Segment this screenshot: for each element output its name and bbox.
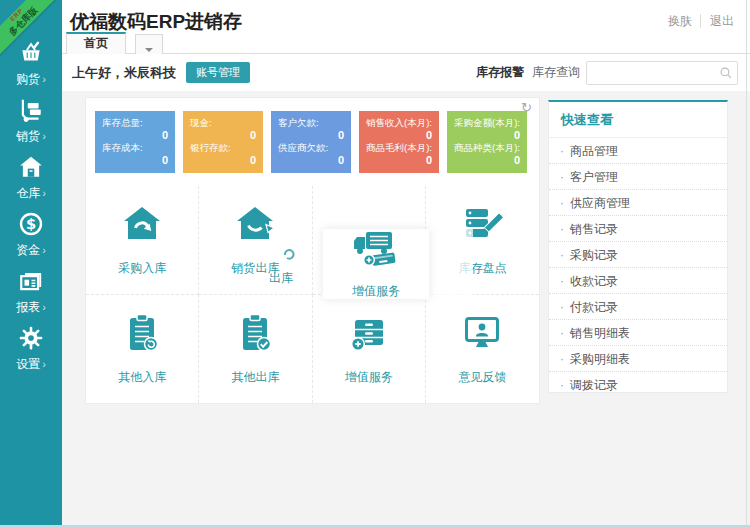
app-window: ERP 多仓库版 购货› 销货› 仓库› xyxy=(0,0,750,527)
shortcut-label: 其他入库 xyxy=(118,369,166,386)
stat-label: 商品种类(本月): xyxy=(454,142,520,154)
stat-value: 0 xyxy=(102,154,168,167)
quick-item-purchase-detail[interactable]: 采购明细表 xyxy=(549,346,727,372)
stat-label: 销售收入(本月): xyxy=(366,117,432,129)
tab-home[interactable]: 首页 xyxy=(66,32,126,54)
sidebar-item-settings[interactable]: 设置› xyxy=(0,325,62,382)
trolley-icon xyxy=(0,97,62,126)
sidebar-item-reports[interactable]: 报表› xyxy=(0,268,62,325)
truck-icon xyxy=(351,228,401,268)
account-manage-button[interactable]: 账号管理 xyxy=(186,62,250,83)
sidebar-label: 仓库 xyxy=(16,186,40,200)
sidebar-label: 销货 xyxy=(16,129,40,143)
shortcut-value-services[interactable]: 增值服务 xyxy=(313,295,426,404)
chevron-right-icon: › xyxy=(42,358,46,370)
dashboard-panel: ↻ 库存总量: 0 库存成本: 0 现金: 0 银行存款: 0 xyxy=(85,97,540,404)
main-area: 优福数码ERP进销存 换肤退出 首页 上午好，米辰科技 账号管理 库存报警 库存… xyxy=(62,0,750,527)
stat-value: 0 xyxy=(454,129,520,142)
floating-tile-value-services[interactable]: 增值服务 xyxy=(323,229,429,299)
chevron-right-icon: › xyxy=(42,73,46,85)
shortcut-sales-outbound[interactable]: 销货出库 xyxy=(199,186,312,295)
stat-label: 库存成本: xyxy=(102,142,168,154)
sidebar-label: 报表 xyxy=(16,300,40,314)
chevron-right-icon: › xyxy=(42,187,46,199)
stat-value: 0 xyxy=(366,154,432,167)
chevron-right-icon: › xyxy=(42,301,46,313)
inventory-alert-link[interactable]: 库存报警 xyxy=(476,64,524,81)
stat-card-inventory: 库存总量: 0 库存成本: 0 xyxy=(95,111,175,173)
quick-view-panel: 快速查看 商品管理 客户管理 供应商管理 销售记录 采购记录 收款记录 付款记录… xyxy=(548,100,728,393)
quick-view-title: 快速查看 xyxy=(549,102,727,138)
quick-item-goods[interactable]: 商品管理 xyxy=(549,138,727,164)
sidebar-nav: 购货› 销货› 仓库› $ 资金› xyxy=(0,40,62,382)
shortcut-label: 增值服务 xyxy=(352,283,400,300)
stat-value: 0 xyxy=(454,154,520,167)
monitor-person-icon xyxy=(459,311,505,357)
search-icon[interactable] xyxy=(719,66,733,84)
overlay-artifact xyxy=(431,229,473,299)
shortcut-other-inbound[interactable]: 其他入库 xyxy=(86,295,199,404)
chevron-right-icon: › xyxy=(42,244,46,256)
inventory-search-input[interactable] xyxy=(586,61,738,85)
change-skin-link[interactable]: 换肤 xyxy=(668,14,692,28)
stat-card-purchase-month: 采购金额(本月): 0 商品种类(本月): 0 xyxy=(447,111,527,173)
sidebar-label: 购货 xyxy=(16,72,40,86)
sidebar-item-sales[interactable]: 销货› xyxy=(0,97,62,154)
funds-icon: $ xyxy=(0,211,62,240)
content-area: ↻ 库存总量: 0 库存成本: 0 现金: 0 银行存款: 0 xyxy=(62,91,750,527)
titlebar: 优福数码ERP进销存 换肤退出 xyxy=(62,0,750,30)
quick-item-sales-records[interactable]: 销售记录 xyxy=(549,216,727,242)
sidebar-item-purchase[interactable]: 购货› xyxy=(0,40,62,97)
stat-card-sales-month: 销售收入(本月): 0 商品毛利(本月): 0 xyxy=(359,111,439,173)
page-title: 优福数码ERP进销存 xyxy=(62,0,750,35)
stat-card-debts: 客户欠款: 0 供应商欠款: 0 xyxy=(271,111,351,173)
shortcut-other-outbound[interactable]: 其他出库 xyxy=(199,295,312,404)
stat-value: 0 xyxy=(278,154,344,167)
stat-label: 供应商欠款: xyxy=(278,142,344,154)
tab-dropdown[interactable] xyxy=(135,34,163,55)
stat-value: 0 xyxy=(366,129,432,142)
cabinet-plus-icon xyxy=(346,311,392,357)
shortcut-label: 采购入库 xyxy=(118,260,166,277)
quick-view-list: 商品管理 客户管理 供应商管理 销售记录 采购记录 收款记录 付款记录 销售明细… xyxy=(549,138,727,393)
refresh-icon[interactable]: ↻ xyxy=(521,100,532,115)
quick-item-customers[interactable]: 客户管理 xyxy=(549,164,727,190)
sidebar-label: 资金 xyxy=(16,243,40,257)
window-right-edge xyxy=(746,0,747,527)
stat-value: 0 xyxy=(102,129,168,142)
sidebar-item-funds[interactable]: $ 资金› xyxy=(0,211,62,268)
inventory-query-label: 库存查询 xyxy=(532,64,580,81)
shortcut-label: 意见反馈 xyxy=(458,369,506,386)
quick-item-transfer-records[interactable]: 调拨记录 xyxy=(549,372,727,393)
welcome-bar: 上午好，米辰科技 账号管理 库存报警 库存查询 xyxy=(62,54,750,91)
chevron-right-icon: › xyxy=(42,130,46,142)
clipboard-arrow-icon xyxy=(119,311,165,357)
clipboard-check-icon xyxy=(232,311,278,357)
spinner-icon xyxy=(283,246,295,264)
greeting-text: 上午好，米辰科技 xyxy=(72,64,176,82)
sidebar-label: 设置 xyxy=(16,357,40,371)
shortcut-purchase-inbound[interactable]: 采购入库 xyxy=(86,186,199,295)
stat-label: 现金: xyxy=(190,117,256,129)
logout-link[interactable]: 退出 xyxy=(700,14,734,28)
stat-cards: 库存总量: 0 库存成本: 0 现金: 0 银行存款: 0 客户欠款: 0 xyxy=(86,98,539,173)
stat-label: 库存总量: xyxy=(102,117,168,129)
quick-item-purchase-records[interactable]: 采购记录 xyxy=(549,242,727,268)
quick-item-suppliers[interactable]: 供应商管理 xyxy=(549,190,727,216)
tab-home-label: 首页 xyxy=(84,36,108,50)
stat-label: 采购金额(本月): xyxy=(454,117,520,129)
gear-icon xyxy=(0,325,62,354)
shortcut-label: 其他出库 xyxy=(231,369,279,386)
shortcut-feedback[interactable]: 意见反馈 xyxy=(426,295,539,404)
sidebar-item-warehouse[interactable]: 仓库› xyxy=(0,154,62,211)
report-icon xyxy=(0,268,62,297)
stat-value: 0 xyxy=(190,154,256,167)
quick-item-receipt-records[interactable]: 收款记录 xyxy=(549,268,727,294)
stat-label: 银行存款: xyxy=(190,142,256,154)
artifact-outbound-text: 出库 xyxy=(269,270,293,287)
shortcut-label: 增值服务 xyxy=(345,369,393,386)
quick-item-payment-records[interactable]: 付款记录 xyxy=(549,294,727,320)
stat-card-cash: 现金: 0 银行存款: 0 xyxy=(183,111,263,173)
quick-item-sales-detail[interactable]: 销售明细表 xyxy=(549,320,727,346)
stat-label: 商品毛利(本月): xyxy=(366,142,432,154)
